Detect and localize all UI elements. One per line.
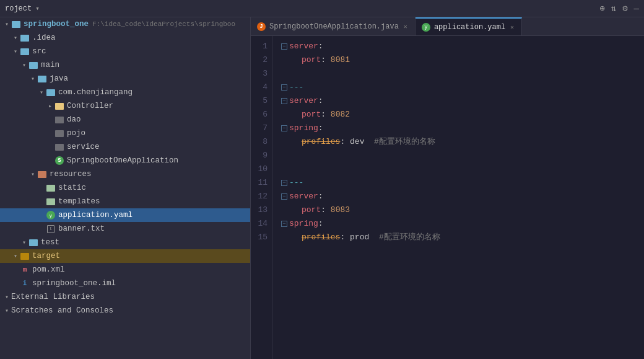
code-val-8081: 8081 bbox=[331, 53, 350, 67]
code-sep-1: --- bbox=[289, 81, 303, 94]
arrow-test bbox=[20, 239, 28, 246]
gutter-11[interactable]: − bbox=[279, 180, 289, 186]
test-label: test bbox=[41, 238, 59, 247]
sidebar-item-idea[interactable]: .idea bbox=[0, 31, 250, 45]
sidebar-item-src[interactable]: src bbox=[0, 45, 250, 58]
folder-icon-templates bbox=[46, 197, 56, 206]
iml-icon: i bbox=[20, 278, 30, 288]
code-line-6: port: 8082 bbox=[279, 108, 644, 122]
project-label[interactable]: roject bbox=[5, 4, 32, 13]
arrow-src bbox=[11, 48, 20, 55]
templates-label: templates bbox=[58, 197, 100, 206]
sidebar-item-test[interactable]: test bbox=[0, 236, 250, 249]
code-key-profiles-1: profiles bbox=[302, 135, 340, 149]
code-sep-2: --- bbox=[289, 176, 303, 190]
arrow-ext-libs bbox=[2, 293, 11, 301]
code-key-spring-2: spring bbox=[289, 217, 318, 231]
sidebar-item-target[interactable]: target bbox=[0, 249, 250, 263]
sidebar-item-dao[interactable]: ▸ dao bbox=[0, 113, 250, 126]
folder-icon-package bbox=[46, 87, 56, 97]
dropdown-arrow[interactable]: ▾ bbox=[35, 4, 40, 12]
project-path: F:\idea_code\IdeaProjects\springboo bbox=[92, 20, 235, 28]
sidebar-item-controller[interactable]: Controller bbox=[0, 99, 250, 113]
code-line-15: profiles: prod #配置环境的名称 bbox=[279, 231, 644, 244]
sidebar-item-pojo[interactable]: ▸ pojo bbox=[0, 126, 250, 140]
java-tab-icon: J bbox=[257, 22, 266, 31]
sidebar-item-resources[interactable]: resources bbox=[0, 167, 250, 181]
sidebar-item-pom[interactable]: m pom.xml bbox=[0, 263, 250, 277]
pom-icon: m bbox=[20, 265, 30, 275]
tab-yaml[interactable]: y application.yaml ✕ bbox=[416, 17, 522, 35]
gutter-5[interactable]: − bbox=[279, 98, 289, 104]
sidebar-item-package[interactable]: com.chenjiangang bbox=[0, 86, 250, 99]
sidebar-item-banner[interactable]: t banner.txt bbox=[0, 222, 250, 236]
sidebar-item-main[interactable]: main bbox=[0, 58, 250, 72]
code-key-port-2: port bbox=[302, 108, 321, 122]
arrow-main bbox=[20, 61, 28, 69]
minimize-icon[interactable]: — bbox=[634, 4, 639, 14]
sync-icon[interactable]: ⊕ bbox=[599, 3, 604, 14]
src-label: src bbox=[32, 47, 46, 56]
folder-icon-service bbox=[54, 142, 64, 152]
code-line-1: − server: bbox=[279, 40, 644, 53]
tab-java-close[interactable]: ✕ bbox=[402, 23, 409, 30]
title-bar-left: roject ▾ bbox=[5, 4, 40, 13]
txt-file-icon: t bbox=[46, 224, 56, 234]
gutter-14[interactable]: − bbox=[279, 221, 289, 227]
arrow-root bbox=[2, 20, 11, 28]
pom-label: pom.xml bbox=[32, 265, 65, 274]
project-root[interactable]: springboot_one F:\idea_code\IdeaProjects… bbox=[0, 17, 250, 31]
package-label: com.chenjiangang bbox=[58, 88, 133, 97]
sidebar-item-application-yaml[interactable]: y application.yaml bbox=[0, 208, 250, 222]
editor-pane: J SpringbootOneApplication.java ✕ y appl… bbox=[251, 17, 644, 359]
main-content: springboot_one F:\idea_code\IdeaProjects… bbox=[0, 17, 644, 359]
service-label: service bbox=[67, 143, 100, 151]
sidebar-item-iml[interactable]: i springboot_one.iml bbox=[0, 277, 250, 290]
code-line-14: − spring: bbox=[279, 217, 644, 231]
tab-java[interactable]: J SpringbootOneApplication.java ✕ bbox=[251, 17, 416, 35]
folder-icon-static bbox=[46, 183, 56, 193]
code-line-7: − spring: bbox=[279, 122, 644, 135]
gutter-12[interactable]: − bbox=[279, 193, 289, 200]
code-area[interactable]: − server: port: 8081 bbox=[273, 36, 644, 359]
sidebar-item-templates[interactable]: templates bbox=[0, 195, 250, 208]
gutter-1[interactable]: − bbox=[279, 43, 289, 50]
sidebar: springboot_one F:\idea_code\IdeaProjects… bbox=[0, 17, 251, 359]
folder-icon-resources bbox=[37, 169, 47, 179]
project-root-label: springboot_one bbox=[24, 20, 89, 29]
code-line-3 bbox=[279, 67, 644, 81]
idea-label: .idea bbox=[32, 33, 56, 42]
tab-yaml-label: application.yaml bbox=[434, 23, 505, 32]
gutter-4[interactable]: − bbox=[279, 84, 289, 91]
scratches-label: Scratches and Consoles bbox=[11, 306, 113, 315]
structure-icon[interactable]: ⇅ bbox=[611, 3, 616, 14]
sidebar-item-java[interactable]: java bbox=[0, 72, 250, 86]
banner-label: banner.txt bbox=[58, 224, 105, 233]
folder-icon-test bbox=[28, 237, 38, 247]
sidebar-item-springboot-app[interactable]: S SpringbootOneApplication bbox=[0, 154, 250, 167]
code-line-12: − server: bbox=[279, 190, 644, 203]
code-comment-2: #配置环境的名称 bbox=[379, 231, 440, 244]
sidebar-item-service[interactable]: ▸ service bbox=[0, 140, 250, 154]
code-line-9 bbox=[279, 149, 644, 162]
yaml-tab-icon: y bbox=[422, 23, 430, 32]
code-val-8083: 8083 bbox=[331, 203, 350, 217]
iml-label: springboot_one.iml bbox=[32, 279, 116, 288]
folder-icon-java bbox=[37, 74, 47, 84]
folder-icon-src bbox=[20, 47, 30, 56]
code-key-server-3: server bbox=[289, 190, 318, 203]
gutter-7[interactable]: − bbox=[279, 125, 289, 131]
title-bar: roject ▾ ⊕ ⇅ ⚙ — bbox=[0, 0, 644, 17]
sidebar-item-static[interactable]: static bbox=[0, 181, 250, 195]
arrow-target bbox=[11, 252, 20, 260]
tab-yaml-close[interactable]: ✕ bbox=[509, 24, 515, 31]
folder-icon-target bbox=[20, 251, 30, 261]
code-comment-1: #配置环境的名称 bbox=[374, 135, 435, 149]
code-key-server-2: server bbox=[289, 94, 318, 108]
code-key-server-1: server bbox=[289, 40, 318, 53]
settings-icon[interactable]: ⚙ bbox=[622, 3, 627, 14]
editor-content: 1 2 3 4 5 6 7 8 9 10 11 12 13 14 15 bbox=[251, 36, 644, 359]
code-line-10 bbox=[279, 162, 644, 176]
sidebar-item-scratches[interactable]: Scratches and Consoles bbox=[0, 304, 250, 317]
sidebar-item-external-libs[interactable]: External Libraries bbox=[0, 290, 250, 304]
